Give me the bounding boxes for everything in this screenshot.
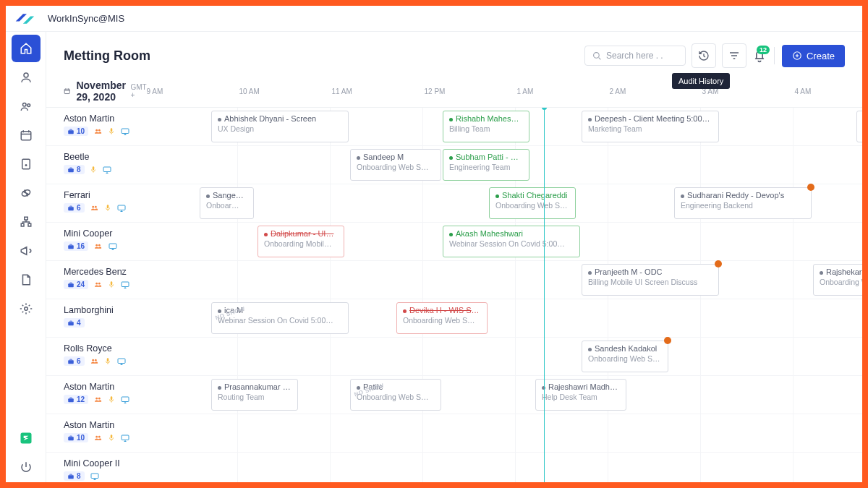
sidebar [6, 32, 46, 482]
room-row: Aston Martin 12 Prasannakumar Pa…Routing… [46, 376, 862, 414]
svg-point-33 [95, 283, 98, 285]
notifications-button[interactable]: 12 [752, 48, 767, 63]
svg-rect-23 [68, 207, 74, 210]
event-card[interactable]: NO SHOWPatileOnboarding Web S… [350, 379, 441, 411]
notification-badge: 12 [757, 46, 770, 54]
svg-rect-48 [68, 437, 74, 440]
svg-rect-46 [111, 396, 113, 400]
mic-icon [108, 127, 115, 136]
hour-label: 1 AM [517, 87, 610, 95]
room-row: Lamborghini 4 NO SHOWica MWebinar Sessio… [46, 299, 862, 338]
plus-circle-icon [792, 51, 802, 61]
room-info: Aston Martin 10 [46, 414, 191, 452]
svg-point-5 [25, 165, 27, 166]
svg-rect-22 [103, 167, 111, 172]
event-card[interactable]: Rajeshawri Madhya…Help Desk Team [535, 379, 626, 411]
event-card[interactable]: Sandesh KadakolOnboarding Web S… [582, 341, 668, 372]
room-row: Aston Martin 10 [46, 414, 862, 453]
room-track[interactable]: Abhishek Dhyani - ScreenUX DesignRishabh… [191, 108, 862, 145]
briefcase-icon [67, 243, 75, 250]
svg-point-1 [22, 103, 26, 107]
date-picker[interactable]: November 29, 2020 [64, 80, 130, 103]
svg-rect-35 [111, 281, 113, 285]
event-card[interactable]: Devika H - WIS Scr…Onboarding Web S… [396, 302, 488, 334]
room-info: Ferrari 6 [46, 184, 191, 222]
group-icon [90, 357, 99, 365]
sidebar-calendar[interactable] [12, 121, 41, 149]
room-info: Rolls Royce 6 [46, 338, 191, 375]
sidebar-settings[interactable] [12, 295, 41, 322]
room-name: Aston Martin [64, 382, 191, 392]
room-track[interactable] [191, 453, 862, 482]
event-card[interactable]: Dalipkumar - UI…Onboarding Mobil… [258, 226, 344, 257]
room-name: Rolls Royce [64, 343, 191, 354]
event-card[interactable]: Deepesh - Client Meeting 5:00…Marketing … [582, 111, 719, 142]
filter-icon [728, 50, 740, 61]
sidebar-power[interactable] [12, 453, 41, 481]
room-track[interactable]: Sangee…Onboar…Shakti ChegareddiOnboardin… [191, 184, 862, 222]
event-card[interactable]: Sudharani Reddy - Devop'sEngineering Bac… [674, 187, 812, 219]
svg-point-49 [95, 436, 98, 438]
event-card[interactable]: Shakti ChegareddiOnboarding Web S… [489, 187, 576, 219]
room-track[interactable]: Sandeep MOnboarding Web S…Subham Patti -… [191, 146, 862, 184]
capacity-chip: 24 [64, 280, 88, 289]
event-card[interactable]: Rajshekar KOnboarding W… [813, 264, 862, 296]
event-card[interactable]: Prasannakumar Pa…Routing Team [211, 379, 298, 411]
create-button[interactable]: Create [782, 45, 845, 67]
screen-icon [120, 395, 130, 404]
room-track[interactable]: Pranjeeth M - ODCBilling Mobile UI Scree… [191, 261, 862, 299]
svg-rect-9 [28, 223, 31, 226]
event-card[interactable]: Pranjeeth M - ODCBilling Mobile UI Scree… [582, 264, 719, 296]
briefcase-icon [67, 396, 75, 403]
svg-rect-43 [68, 398, 74, 402]
room-track[interactable]: Prasannakumar Pa…Routing TeamNO SHOWPati… [191, 376, 862, 414]
room-track[interactable] [191, 414, 862, 452]
history-button[interactable]: Audit History [692, 43, 716, 68]
screen-icon [120, 127, 130, 136]
room-track[interactable]: NO SHOWica MWebinar Session On Covid 5:0… [191, 299, 862, 337]
svg-point-0 [24, 73, 28, 77]
calendar-icon [64, 85, 70, 97]
sidebar-document[interactable] [12, 150, 41, 178]
mic-icon [104, 203, 111, 213]
capacity-chip: 16 [64, 241, 88, 251]
event-card[interactable]: SV… [856, 111, 862, 142]
search-input[interactable]: Search here . . [584, 46, 686, 66]
room-row: Aston Martin 10 Abhishek Dhyani - Screen… [46, 108, 862, 146]
event-card[interactable]: Abhishek Dhyani - ScreenUX Design [211, 111, 349, 142]
sidebar-sport[interactable] [12, 179, 41, 207]
event-card[interactable]: NO SHOWica MWebinar Session On Covid 5:0… [211, 302, 349, 334]
svg-rect-18 [111, 128, 113, 132]
filter-button[interactable] [722, 43, 746, 68]
room-row: Mercedes Benz 24 Pranjeeth M - ODCBillin… [46, 261, 862, 299]
event-card[interactable]: Subham Patti - Eng…Engineering Team [443, 149, 529, 181]
group-icon [93, 395, 103, 403]
sidebar-user[interactable] [12, 64, 41, 91]
sidebar-org[interactable] [12, 208, 41, 236]
capacity-chip: 12 [64, 395, 88, 404]
event-card[interactable]: Sandeep MOnboarding Web S… [350, 149, 441, 181]
svg-point-45 [98, 398, 101, 400]
svg-point-16 [95, 129, 98, 132]
svg-point-44 [95, 398, 98, 400]
sidebar-team[interactable] [12, 93, 41, 120]
briefcase-icon [67, 358, 75, 365]
room-track[interactable]: Sandesh KadakolOnboarding Web S… [191, 338, 862, 375]
event-card[interactable]: Rishabh Mahesh…Billing Team [443, 111, 529, 142]
sidebar-brand-icon[interactable] [12, 424, 41, 452]
sidebar-home[interactable] [12, 35, 41, 62]
svg-rect-52 [122, 435, 129, 440]
svg-rect-20 [68, 168, 74, 172]
briefcase-icon [67, 205, 75, 212]
mic-icon [90, 165, 97, 174]
group-icon [93, 434, 103, 442]
svg-point-25 [95, 206, 97, 208]
screen-icon [102, 166, 112, 174]
event-card[interactable]: Akash MaheshwariWebinar Session On Covid… [443, 226, 580, 257]
sidebar-file[interactable] [12, 266, 41, 294]
event-card[interactable]: Sangee…Onboar… [200, 187, 254, 219]
room-row: Beetle 8 Sandeep MOnboarding Web S…Subha… [46, 146, 862, 184]
room-track[interactable]: Dalipkumar - UI…Onboarding Mobil…Akash M… [191, 223, 862, 260]
sidebar-announce[interactable] [12, 237, 41, 265]
room-amenities: 12 [64, 395, 191, 404]
